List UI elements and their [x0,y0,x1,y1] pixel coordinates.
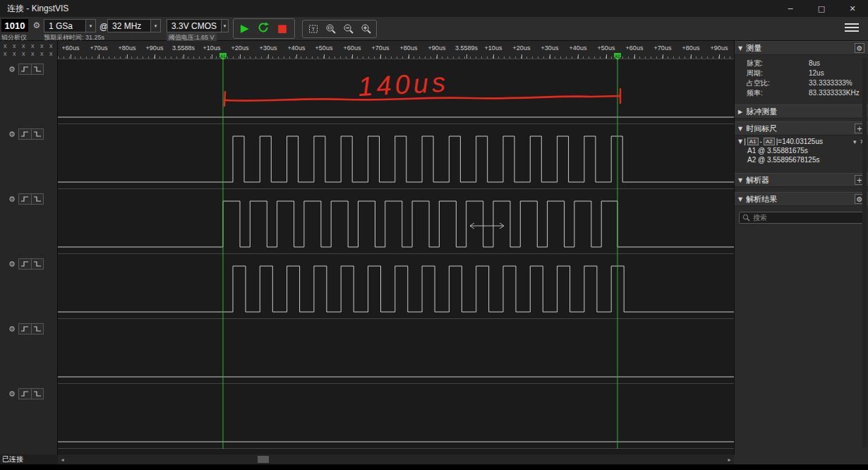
ruler-label: +60us [344,44,361,52]
channel-5-controls: ⚙ [8,323,44,335]
horizontal-scrollbar[interactable]: ◂ ▸ [58,454,734,464]
rising-edge-trigger-icon[interactable] [19,324,31,334]
section-header-time-rulers[interactable]: ▼ 时间标尺 + [735,121,868,135]
channel-settings-icon[interactable]: ⚙ [8,195,16,204]
ruler-tick [86,56,87,59]
scrollbar-thumb[interactable] [258,456,269,463]
chevron-down-icon: ▾ [150,20,160,32]
ruler-tick [199,56,200,59]
start-capture-button[interactable]: ▶ [241,23,249,34]
stop-capture-button[interactable]: ■ [277,23,287,34]
ruler-tick [368,56,369,59]
channel-settings-icon[interactable]: ⚙ [8,325,16,334]
sample-rate-dropdown[interactable]: 1 GSa ▾ [44,19,96,32]
rising-edge-trigger-icon[interactable] [19,64,31,74]
falling-edge-trigger-icon[interactable] [31,194,43,204]
ruler-major-tick [183,54,184,59]
ruler-tick [289,56,290,59]
falling-edge-trigger-icon[interactable] [31,324,43,334]
pin-icon[interactable]: ▾ [853,138,857,145]
ruler-tick [532,56,533,59]
measurement-label: 脉宽: [747,59,809,68]
measure-settings-button[interactable]: ⚙ [855,43,864,53]
channel-row-1[interactable] [58,59,734,124]
channel-row-3[interactable] [58,189,734,254]
collapse-icon: ▼ [738,138,742,145]
ruler-label: +30us [541,44,559,52]
ruler-tick [464,56,465,59]
falling-edge-trigger-icon[interactable] [31,259,43,269]
close-button[interactable]: ✕ [837,0,868,17]
ruler-tick [696,56,697,59]
trigger-flags-grid[interactable]: x x x x x x x x x x x x [0,42,55,58]
device-logo: 1010 [1,19,28,32]
loop-capture-button[interactable] [257,21,270,37]
clock-dropdown[interactable]: 32 MHz ▾ [107,19,161,32]
falling-edge-trigger-icon[interactable] [31,129,43,139]
ruler-tick [707,56,708,59]
ruler-major-tick [352,54,353,59]
menu-button[interactable] [843,20,861,35]
ruler-tick [526,56,527,59]
maximize-button[interactable]: □ [806,0,837,17]
rising-edge-trigger-icon[interactable] [19,129,31,139]
channel-settings-icon[interactable]: ⚙ [8,260,16,269]
section-header-measure[interactable]: ▼ 测量 ⚙ [735,41,868,55]
ruler-major-tick [522,54,522,59]
minimize-button[interactable]: ─ [775,0,806,17]
zoom-selection-button[interactable] [323,21,339,37]
scroll-right-button[interactable]: ▸ [725,454,734,464]
measurement-row: 脉宽: 8us [735,59,868,68]
scrollbar-track[interactable] [67,454,725,464]
time-ruler-item[interactable]: ▼ | A1 - A2 |=140.03125us ▾ ✕ [735,135,868,146]
falling-edge-trigger-icon[interactable] [31,389,43,399]
ruler-label: 3.5589s [455,44,478,52]
time-ruler[interactable]: +60us+70us+80us+90us3.5588s+10us+20us+30… [58,41,734,59]
channel-settings-icon[interactable]: ⚙ [8,130,16,139]
zoom-in-button[interactable] [358,21,374,37]
device-settings-icon[interactable]: ⚙ [31,20,42,31]
zoom-out-icon [343,23,354,35]
scroll-left-button[interactable]: ◂ [58,454,67,464]
ruler-tick [430,56,431,59]
rising-edge-trigger-icon[interactable] [19,194,31,204]
channel-settings-icon[interactable]: ⚙ [8,65,16,74]
ruler-tick [255,56,256,59]
ruler-tick [137,56,138,59]
ruler-tick [589,56,589,59]
trigger-flags-row[interactable]: x x x x x x [0,50,55,58]
ruler-tick [374,56,375,59]
measurement-value: 8us [809,59,820,68]
channel-row-5[interactable] [58,319,734,384]
ruler-tick [583,56,584,59]
measurement-row: 占空比: 33.3333333% [735,78,868,88]
ruler-label: +70us [654,44,672,52]
trigger-flags-row[interactable]: x x x x x x [0,42,55,50]
ruler-tick [120,56,121,59]
section-header-pulse-measure[interactable]: ▶ 脉冲测量 [735,104,868,119]
channel-row-6[interactable] [58,384,734,449]
text-annotation-button[interactable]: T [305,21,321,37]
zoom-in-icon [361,23,372,35]
rising-edge-trigger-icon[interactable] [19,259,31,269]
ruler-tick [148,56,149,59]
search-box[interactable] [739,212,864,224]
channel-row-2[interactable] [58,124,734,189]
section-header-decode-results[interactable]: ▼ 解析结果 ⚙ [735,192,868,206]
right-panel-scrollbar[interactable] [862,58,867,447]
channel-settings-icon[interactable]: ⚙ [8,390,16,399]
rising-edge-trigger-icon[interactable] [19,389,31,399]
zoom-out-button[interactable] [340,21,356,37]
falling-edge-trigger-icon[interactable] [31,64,43,74]
measurement-value: 12us [809,68,824,78]
ruler-tick [481,56,482,59]
window-controls: ─ □ ✕ [775,0,868,17]
channel-row-4[interactable] [58,254,734,319]
ruler-label: +10us [203,44,221,52]
io-standard-dropdown[interactable]: 3.3V CMOS ▾ [167,19,229,32]
ruler-tick [210,56,211,59]
waveform-area[interactable]: +60us+70us+80us+90us3.5588s+10us+20us+30… [58,41,734,454]
search-input[interactable] [753,214,860,222]
ruler-tick [334,56,335,59]
section-header-decoders[interactable]: ▼ 解析器 + [735,173,868,187]
